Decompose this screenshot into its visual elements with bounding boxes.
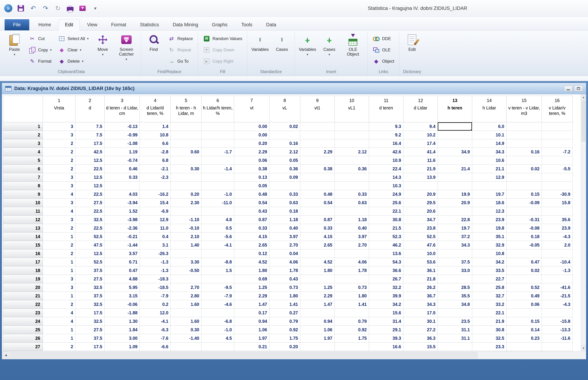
- cell-r7c15[interactable]: [506, 173, 542, 182]
- copy-button[interactable]: Copy ▾: [26, 44, 54, 56]
- cell-r12c4[interactable]: 12.9: [140, 215, 171, 224]
- cell-r8c16[interactable]: [542, 182, 573, 190]
- cell-r5c9[interactable]: [300, 156, 335, 165]
- row-header-9[interactable]: 9: [3, 190, 43, 199]
- cell-r10c9[interactable]: 0.54: [300, 199, 335, 207]
- cell-r16c3[interactable]: 3.57: [104, 249, 140, 258]
- cell-r9c16[interactable]: -30.9: [542, 190, 573, 199]
- cell-r22c3[interactable]: -0.06: [104, 300, 140, 309]
- cell-r23c9[interactable]: [300, 309, 335, 317]
- cell-r2c10[interactable]: [335, 131, 369, 139]
- cell-r25c1[interactable]: 1: [43, 326, 75, 334]
- cell-r25c11[interactable]: 29.1: [369, 326, 403, 334]
- cell-r11c14[interactable]: 12.3: [472, 207, 506, 215]
- column-header-4[interactable]: 4d Lidar/d teren, %: [140, 96, 171, 122]
- cell-r21c8[interactable]: 1.80: [269, 292, 300, 300]
- cell-r22c8[interactable]: 1.41: [269, 300, 300, 309]
- cell-r2c6[interactable]: [202, 131, 234, 139]
- cell-r14c15[interactable]: 0.18: [506, 232, 542, 241]
- cell-r27c11[interactable]: 16.6: [369, 342, 403, 351]
- cell-r5c7[interactable]: 0.06: [234, 156, 269, 165]
- cell-r11c8[interactable]: 0.18: [269, 207, 300, 215]
- random-values-button[interactable]: R Random Values: [201, 33, 244, 44]
- cell-r26c3[interactable]: 3.00: [104, 334, 140, 342]
- cell-r14c2[interactable]: 52.5: [75, 232, 104, 241]
- cell-r21c7[interactable]: 2.29: [234, 292, 269, 300]
- vertical-scrollbar[interactable]: ▲ ▼: [581, 94, 586, 351]
- cell-r14c7[interactable]: 4.15: [234, 232, 269, 241]
- cell-r1c4[interactable]: 1.4: [140, 122, 171, 131]
- replace-button[interactable]: ⇄ Replace: [166, 33, 195, 44]
- cell-r10c13[interactable]: 20.9: [438, 199, 472, 207]
- cell-r23c4[interactable]: 12.0: [140, 309, 171, 317]
- cell-r24c4[interactable]: -4.1: [140, 317, 171, 326]
- cell-r9c3[interactable]: 4.03: [104, 190, 140, 199]
- cell-r16c6[interactable]: [202, 249, 234, 258]
- cell-r12c9[interactable]: 0.87: [300, 215, 335, 224]
- cell-r7c1[interactable]: 3: [43, 173, 75, 182]
- cell-r1c15[interactable]: [506, 122, 542, 131]
- cell-r1c3[interactable]: -0.13: [104, 122, 140, 131]
- cell-r17c9[interactable]: 4.52: [300, 258, 335, 266]
- cell-r13c9[interactable]: 0.33: [300, 224, 335, 232]
- cell-r11c2[interactable]: 22.5: [75, 207, 104, 215]
- cell-r7c16[interactable]: [542, 173, 573, 182]
- cell-r19c4[interactable]: -18.3: [140, 275, 171, 283]
- cell-r22c11[interactable]: 34.2: [369, 300, 403, 309]
- go-to-button[interactable]: → Go To: [166, 56, 195, 67]
- cell-r10c4[interactable]: 15.4: [140, 199, 171, 207]
- cell-r14c14[interactable]: 35.1: [472, 232, 506, 241]
- cell-r13c11[interactable]: 21.5: [369, 224, 403, 232]
- cell-r13c3[interactable]: -2.36: [104, 224, 140, 232]
- clear-button[interactable]: ◆ Clear ▾: [56, 44, 91, 56]
- cell-r4c16[interactable]: -7.2: [542, 148, 573, 156]
- cell-r3c8[interactable]: 0.16: [269, 139, 300, 148]
- insert-variables-button[interactable]: Variables ▾: [298, 32, 317, 69]
- statistica-logo-icon[interactable]: ≈: [4, 4, 12, 13]
- cell-r6c12[interactable]: 21.9: [403, 165, 438, 173]
- cell-r7c3[interactable]: 0.33: [104, 173, 140, 182]
- cell-r5c6[interactable]: [202, 156, 234, 165]
- cell-r22c15[interactable]: 0.06: [506, 300, 542, 309]
- cell-r1c1[interactable]: 3: [43, 122, 75, 131]
- cell-r2c11[interactable]: 9.2: [369, 131, 403, 139]
- cell-r25c4[interactable]: -6.3: [140, 326, 171, 334]
- cell-r8c14[interactable]: [472, 182, 506, 190]
- cell-r11c7[interactable]: 0.43: [234, 207, 269, 215]
- cell-r25c14[interactable]: 30.8: [472, 326, 506, 334]
- cell-r17c5[interactable]: 3.30: [171, 258, 202, 266]
- cell-r14c8[interactable]: 3.97: [269, 232, 300, 241]
- cell-r23c16[interactable]: [542, 309, 573, 317]
- column-header-3[interactable]: 3d teren - d Lidar, cm: [104, 96, 140, 122]
- dictionary-edit-button[interactable]: Edit: [402, 32, 422, 69]
- cell-r2c12[interactable]: 10.2: [403, 131, 438, 139]
- cell-r23c15[interactable]: [506, 309, 542, 317]
- repeat-button[interactable]: ↻ Repeat: [166, 44, 195, 56]
- cell-r23c13[interactable]: [438, 309, 472, 317]
- copy-down-button[interactable]: ▼ Copy Down: [201, 44, 244, 56]
- cell-r2c14[interactable]: 10.1: [472, 131, 506, 139]
- cell-r15c8[interactable]: 2.70: [269, 241, 300, 249]
- cell-r17c16[interactable]: -10.4: [542, 258, 573, 266]
- column-header-16[interactable]: 16v Lidar/v teren, %: [542, 96, 573, 122]
- cell-r4c15[interactable]: 0.16: [506, 148, 542, 156]
- cell-r25c15[interactable]: 0.14: [506, 326, 542, 334]
- cell-r12c8[interactable]: 1.18: [269, 215, 300, 224]
- cell-r19c2[interactable]: 27.5: [75, 275, 104, 283]
- cell-r3c3[interactable]: -1.08: [104, 139, 140, 148]
- row-header-5[interactable]: 5: [3, 156, 43, 165]
- cell-r17c7[interactable]: 4.52: [234, 258, 269, 266]
- cell-r10c15[interactable]: -0.09: [506, 199, 542, 207]
- cell-r12c1[interactable]: 3: [43, 215, 75, 224]
- horizontal-scrollbar[interactable]: ◀: [2, 351, 586, 359]
- cell-r24c3[interactable]: 1.30: [104, 317, 140, 326]
- cell-r26c10[interactable]: 1.75: [335, 334, 369, 342]
- cell-r15c14[interactable]: 32.9: [472, 241, 506, 249]
- cell-r11c5[interactable]: [171, 207, 202, 215]
- cell-r18c13[interactable]: 33.0: [438, 266, 472, 275]
- cell-r11c6[interactable]: [202, 207, 234, 215]
- column-header-2[interactable]: 2d: [75, 96, 104, 122]
- cell-r21c10[interactable]: 1.80: [335, 292, 369, 300]
- paste-button[interactable]: Paste ▾: [5, 32, 24, 69]
- print-button[interactable]: [66, 4, 74, 13]
